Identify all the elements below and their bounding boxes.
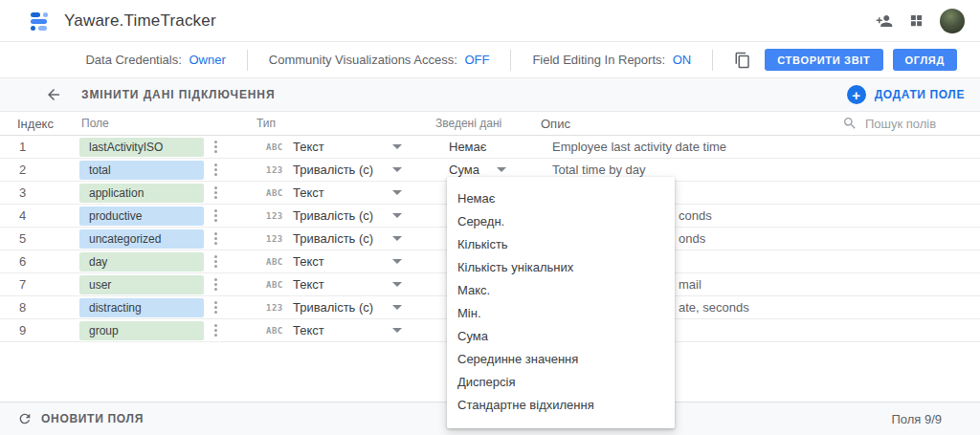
- field-type-icon: 123: [266, 303, 289, 313]
- row-index: 6: [0, 254, 79, 269]
- aggregation-menu-item[interactable]: Стандартне відхилення: [447, 394, 675, 417]
- field-chip[interactable]: productive: [79, 207, 204, 226]
- kebab-menu-icon[interactable]: [211, 229, 221, 248]
- aggregation-menu-item[interactable]: Серединне значення: [447, 348, 675, 371]
- search-fields-input[interactable]: [865, 117, 963, 131]
- type-select[interactable]: 123 Тривалість (с): [256, 300, 435, 315]
- field-type-icon: 123: [266, 234, 289, 244]
- aggregation-select[interactable]: Сума: [435, 163, 541, 177]
- type-label: Тривалість (с): [293, 300, 373, 315]
- aggregation-menu: НемаєСередн.КількістьКількість унікальни…: [447, 177, 675, 428]
- dropdown-caret-icon: [392, 305, 402, 310]
- field-chip[interactable]: group: [79, 321, 204, 340]
- back-arrow-icon[interactable]: [45, 86, 62, 103]
- aggregation-select[interactable]: Немає: [435, 140, 541, 154]
- dropdown-caret-icon: [392, 236, 402, 241]
- field-chip[interactable]: user: [79, 275, 204, 294]
- datasource-title: Yaware.TimeTracker: [64, 11, 216, 31]
- toolbar-setting[interactable]: Data Credentials: Owner: [85, 50, 247, 71]
- aggregation-menu-item[interactable]: Кількість: [447, 233, 675, 256]
- data-source-editor: Yaware.TimeTracker Data Credentials: Own…: [0, 0, 980, 435]
- dropdown-caret-icon: [392, 167, 402, 172]
- field-type-icon: ABC: [266, 188, 289, 198]
- dropdown-caret-icon: [392, 144, 402, 149]
- kebab-menu-icon[interactable]: [211, 184, 221, 202]
- create-report-button[interactable]: СТВОРИТИ ЗВІТ: [765, 49, 882, 71]
- type-label: Текст: [293, 323, 324, 337]
- type-select[interactable]: ABC Текст: [256, 185, 435, 200]
- add-field-button[interactable]: + ДОДАТИ ПОЛЕ: [847, 85, 965, 104]
- field-chip[interactable]: day: [79, 252, 204, 272]
- field-type-icon: 123: [266, 211, 289, 221]
- share-person-add-icon[interactable]: [876, 12, 893, 30]
- aggregation-menu-item[interactable]: Мін.: [447, 302, 675, 325]
- dropdown-caret-icon: [392, 213, 402, 218]
- aggregation-menu-item[interactable]: Макс.: [447, 279, 675, 302]
- add-field-label: ДОДАТИ ПОЛЕ: [875, 88, 965, 101]
- refresh-fields-button[interactable]: ОНОВИТИ ПОЛЯ: [17, 411, 144, 426]
- column-header-index: Індекс: [0, 117, 79, 131]
- field-chip[interactable]: distracting: [79, 298, 204, 317]
- field-type-icon: ABC: [266, 326, 289, 336]
- dropdown-caret-icon: [392, 328, 402, 333]
- aggregation-menu-item[interactable]: Кількість унікальних: [447, 256, 675, 279]
- type-select[interactable]: ABC Текст: [256, 323, 435, 337]
- kebab-menu-icon[interactable]: [211, 138, 221, 156]
- dropdown-caret-icon: [392, 190, 402, 195]
- type-label: Тривалість (с): [293, 163, 373, 177]
- field-chip[interactable]: lastActivityISO: [79, 138, 204, 157]
- copy-datasource-icon[interactable]: [734, 52, 751, 69]
- type-select[interactable]: ABC Текст: [256, 140, 435, 154]
- toolbar-setting[interactable]: Field Editing In Reports: ON: [532, 50, 713, 71]
- type-label: Текст: [293, 140, 324, 154]
- aggregation-menu-item[interactable]: Дисперсія: [447, 371, 675, 394]
- edit-connection-title[interactable]: ЗМІНИТИ ДАНІ ПІДКЛЮЧЕННЯ: [81, 88, 275, 101]
- aggregation-menu-item[interactable]: Немає: [447, 187, 675, 210]
- overview-button[interactable]: ОГЛЯД: [893, 49, 957, 71]
- dropdown-caret-icon: [392, 282, 402, 287]
- field-chip[interactable]: application: [79, 184, 204, 203]
- type-select[interactable]: 123 Тривалість (с): [256, 163, 435, 177]
- toolbar-setting[interactable]: Community Visualizations Access: OFF: [269, 50, 512, 71]
- data-studio-logo-icon: [31, 11, 52, 32]
- row-index: 5: [0, 231, 79, 246]
- type-label: Текст: [293, 185, 324, 200]
- field-table-header: Індекс Поле Тип Зведені дані Опис: [0, 112, 980, 136]
- field-chip[interactable]: total: [79, 161, 204, 180]
- toolbar-settings: Data Credentials: OwnerCommunity Visuali…: [85, 50, 734, 71]
- field-count: Поля 9/9: [891, 412, 942, 426]
- field-chip[interactable]: uncategorized: [79, 229, 204, 249]
- column-header-aggregation: Зведені дані: [435, 117, 541, 130]
- field-search: [842, 116, 963, 131]
- row-index: 3: [0, 185, 79, 200]
- apps-grid-icon[interactable]: [909, 13, 924, 28]
- field-type-icon: 123: [266, 165, 289, 175]
- type-select[interactable]: ABC Текст: [256, 254, 435, 269]
- aggregation-menu-item[interactable]: Середн.: [447, 210, 675, 233]
- row-index: 8: [0, 300, 79, 315]
- dropdown-caret-icon: [392, 259, 402, 264]
- connection-subheader: ЗМІНИТИ ДАНІ ПІДКЛЮЧЕННЯ + ДОДАТИ ПОЛЕ: [0, 78, 980, 112]
- field-type-icon: ABC: [266, 142, 289, 152]
- aggregation-value: Немає: [449, 140, 486, 154]
- table-row: 1 lastActivityISO ABC Текст Немає Employ…: [0, 136, 980, 159]
- kebab-menu-icon[interactable]: [211, 275, 221, 294]
- field-type-icon: ABC: [266, 280, 289, 290]
- type-select[interactable]: 123 Тривалість (с): [256, 231, 435, 246]
- column-header-description: Опис: [541, 117, 570, 131]
- user-avatar[interactable]: [940, 9, 965, 33]
- row-index: 7: [0, 277, 79, 292]
- type-select[interactable]: ABC Текст: [256, 277, 435, 292]
- type-select[interactable]: 123 Тривалість (с): [256, 208, 435, 223]
- kebab-menu-icon[interactable]: [211, 161, 221, 179]
- field-type-icon: ABC: [266, 257, 289, 267]
- kebab-menu-icon[interactable]: [211, 321, 221, 339]
- kebab-menu-icon[interactable]: [211, 298, 221, 316]
- kebab-menu-icon[interactable]: [211, 207, 221, 225]
- settings-toolbar: Data Credentials: OwnerCommunity Visuali…: [0, 42, 980, 78]
- type-label: Тривалість (с): [293, 231, 373, 246]
- refresh-icon: [17, 411, 33, 426]
- kebab-menu-icon[interactable]: [211, 252, 221, 271]
- row-index: 1: [0, 140, 79, 154]
- aggregation-menu-item[interactable]: Сума: [447, 325, 675, 348]
